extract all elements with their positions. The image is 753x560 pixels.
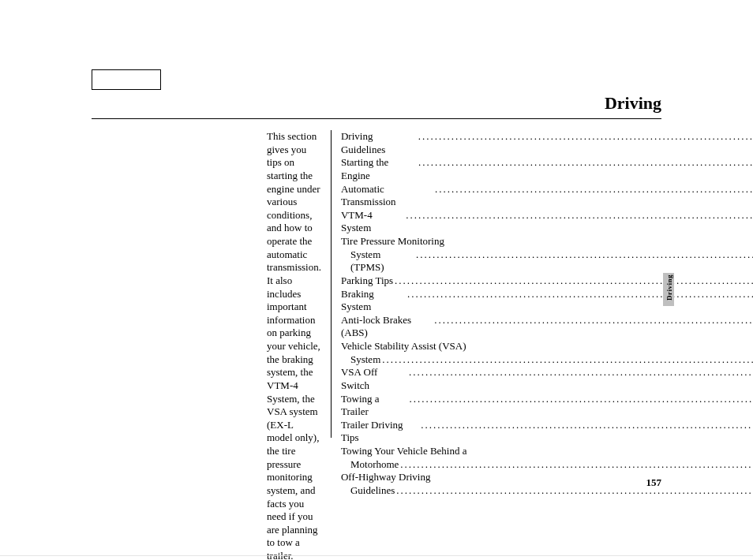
toc-label: Driving Guidelines — [341, 130, 417, 156]
toc-leader-dots — [435, 183, 753, 196]
bottom-separator — [0, 555, 753, 556]
intro-column: This section gives you tips on starting … — [267, 130, 332, 438]
toc-leader-dots — [400, 458, 753, 472]
content-columns: This section gives you tips on starting … — [267, 130, 609, 438]
toc-entry: Off-Highway Driving — [341, 471, 753, 484]
toc-leader-dots — [406, 209, 753, 222]
toc-label: Tire Pressure Monitoring — [341, 235, 444, 248]
toc-leader-dots — [407, 288, 753, 301]
toc-label: Starting the Engine — [341, 156, 417, 182]
toc-entry: System171 — [341, 353, 753, 367]
title-rule — [92, 118, 661, 119]
toc-label: Vehicle Stability Assist (VSA) — [341, 340, 466, 353]
toc-label: Motorhome — [350, 458, 399, 472]
toc-entry: Tire Pressure Monitoring — [341, 235, 753, 248]
toc-leader-dots — [416, 248, 753, 262]
toc-entry: Braking System168 — [341, 288, 753, 314]
toc-leader-dots — [418, 156, 753, 170]
toc-label: Braking System — [341, 288, 406, 314]
toc-leader-dots — [396, 484, 753, 498]
section-title: Driving — [605, 93, 661, 114]
toc-entry: Motorhome182 — [341, 458, 753, 472]
toc-label: System (TPMS) — [350, 248, 414, 274]
toc-entry: VSA Off Switch172 — [341, 366, 753, 392]
toc-entry: Parking Tips167 — [341, 274, 753, 288]
toc-leader-dots — [395, 274, 753, 288]
toc-entry: Towing a Trailer173 — [341, 393, 753, 419]
top-empty-box — [92, 69, 161, 90]
toc-label: Guidelines — [350, 484, 395, 498]
toc-leader-dots — [410, 393, 753, 406]
intro-paragraph: This section gives you tips on starting … — [267, 130, 321, 560]
side-thumb-label: Driving — [665, 274, 673, 301]
toc-label: Trailer Driving Tips — [341, 419, 419, 445]
toc-entry: Vehicle Stability Assist (VSA) — [341, 340, 753, 353]
toc-entry: Trailer Driving Tips180 — [341, 419, 753, 445]
toc-label: Towing Your Vehicle Behind a — [341, 445, 467, 458]
toc-leader-dots — [421, 419, 753, 432]
toc-leader-dots — [418, 130, 753, 144]
toc-leader-dots — [409, 366, 753, 379]
toc-entry: System (TPMS)165 — [341, 248, 753, 274]
toc-label: System — [350, 353, 380, 367]
toc-entry: Towing Your Vehicle Behind a — [341, 445, 753, 458]
toc-leader-dots — [382, 353, 753, 367]
toc-entry: Starting the Engine159 — [341, 156, 753, 182]
toc-entry: VTM-4 System164 — [341, 209, 753, 235]
toc-leader-dots — [434, 314, 753, 327]
toc-label: Off-Highway Driving — [341, 471, 431, 484]
manual-page: Driving This section gives you tips on s… — [0, 0, 753, 560]
toc-entry: Automatic Transmission160 — [341, 183, 753, 209]
toc-label: Anti-lock Brakes (ABS) — [341, 314, 433, 340]
toc-label: Automatic Transmission — [341, 183, 433, 209]
toc-label: Towing a Trailer — [341, 393, 408, 419]
toc-entry: Guidelines183 — [341, 484, 753, 498]
toc-column: Driving Guidelines158Starting the Engine… — [332, 130, 753, 438]
toc-entry: Driving Guidelines158 — [341, 130, 753, 156]
page-number: 157 — [646, 476, 662, 489]
toc-label: VSA Off Switch — [341, 366, 407, 392]
toc-label: VTM-4 System — [341, 209, 404, 235]
toc-label: Parking Tips — [341, 274, 393, 288]
toc-entry: Anti-lock Brakes (ABS)169 — [341, 314, 753, 340]
